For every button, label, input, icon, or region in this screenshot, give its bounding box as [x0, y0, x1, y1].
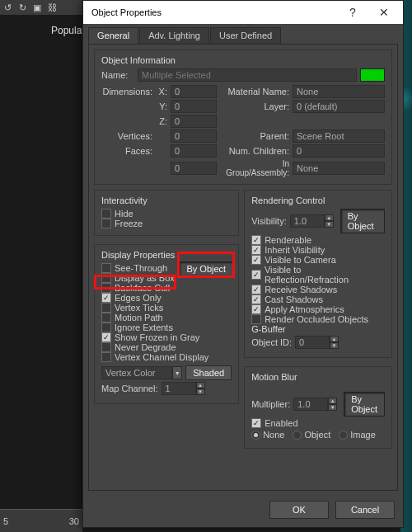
hide-checkbox[interactable]: Hide	[101, 209, 232, 219]
motion-blur-by-object-button[interactable]: By Object	[344, 392, 385, 417]
extra-field: 0	[171, 162, 217, 175]
vertex-channel-checkbox[interactable]: Vertex Channel Display	[101, 352, 232, 362]
receive-shadows-checkbox[interactable]: Receive Shadows	[251, 285, 385, 294]
tab-user-defined[interactable]: User Defined	[210, 27, 281, 44]
object-information-group: Object Information Name: Multiple Select…	[94, 49, 392, 185]
y-label: Y:	[156, 101, 167, 111]
display-properties-group: Display Properties See-Through Display a…	[94, 244, 239, 404]
vertices-field: 0	[171, 129, 217, 143]
apply-atmospherics-checkbox[interactable]: Apply Atmospherics	[251, 304, 385, 314]
redo-icon[interactable]: ↻	[16, 2, 28, 13]
show-frozen-checkbox[interactable]: Show Frozen in Gray	[101, 332, 232, 342]
name-field[interactable]: Multiple Selected	[138, 68, 357, 82]
mb-image-radio[interactable]: Image	[339, 430, 376, 440]
dimensions-label: Dimensions:	[101, 87, 152, 97]
x-label: X:	[156, 87, 167, 97]
rendering-control-group: Rendering Control Visibility: 1.0 ▲▼ By …	[244, 190, 392, 358]
help-button[interactable]: ?	[337, 1, 368, 24]
multiplier-spinner[interactable]: 1.0 ▲▼	[293, 398, 337, 411]
enabled-checkbox[interactable]: Enabled	[251, 418, 385, 428]
multiplier-label: Multiplier:	[251, 399, 290, 409]
map-channel-spinner[interactable]: 1 ▲▼	[162, 382, 205, 395]
timeline[interactable]: 5 30	[0, 509, 82, 532]
inherit-visibility-checkbox[interactable]: Inherit Visibility	[251, 245, 385, 255]
rendering-by-object-button[interactable]: By Object	[340, 209, 385, 233]
vertices-label: Vertices:	[101, 131, 152, 141]
object-properties-dialog: Object Properties ? ✕ General Adv. Light…	[82, 0, 404, 528]
dialog-buttons: OK Cancel	[83, 496, 403, 527]
motion-blur-group: Motion Blur Multiplier: 1.0 ▲▼ By Object…	[244, 366, 392, 449]
backface-cull-checkbox[interactable]: Backface Cull	[101, 283, 232, 293]
ignore-extents-checkbox[interactable]: Ignore Extents	[101, 322, 232, 332]
close-button[interactable]: ✕	[368, 1, 400, 24]
object-color-swatch[interactable]	[360, 68, 385, 82]
children-field: 0	[293, 144, 385, 158]
reset-icon[interactable]: ↺	[2, 2, 13, 13]
parent-label: Parent:	[220, 131, 289, 141]
select-region-icon[interactable]: ▣	[31, 2, 43, 13]
faces-field: 0	[171, 144, 217, 158]
renderable-checkbox[interactable]: Renderable	[251, 235, 385, 245]
motion-blur-title: Motion Blur	[251, 372, 385, 382]
link-icon[interactable]: ⛓	[46, 2, 58, 13]
group-label: In Group/Assembly:	[220, 159, 289, 177]
tabs: General Adv. Lighting User Defined	[83, 24, 403, 44]
render-occluded-checkbox[interactable]: Render Occluded Objects	[251, 314, 385, 324]
visible-to-reflection-checkbox[interactable]: Visible to Reflection/Refraction	[251, 265, 385, 285]
vertex-ticks-checkbox[interactable]: Vertex Ticks	[101, 303, 232, 313]
material-field: None	[293, 85, 385, 98]
children-label: Num. Children:	[220, 146, 289, 156]
tab-page-general: Object Information Name: Multiple Select…	[88, 44, 398, 491]
object-id-label: Object ID:	[251, 337, 292, 347]
edges-only-checkbox[interactable]: Edges Only	[101, 293, 232, 303]
z-field: 0	[171, 115, 217, 128]
tab-general[interactable]: General	[88, 27, 138, 44]
gbuffer-title: G-Buffer	[251, 324, 285, 334]
faces-label: Faces:	[101, 146, 152, 156]
mb-none-radio[interactable]: None	[251, 430, 284, 440]
name-label: Name:	[101, 70, 134, 80]
x-field: 0	[171, 85, 217, 98]
mb-object-radio[interactable]: Object	[293, 430, 330, 440]
interactivity-group: Interactivity Hide Freeze	[94, 190, 239, 236]
timeline-tick: 5	[3, 516, 8, 526]
visibility-label: Visibility:	[251, 216, 287, 226]
parent-field: Scene Root	[293, 129, 385, 143]
vertex-color-combo[interactable]: Vertex Color ▼	[101, 366, 182, 379]
chevron-down-icon: ▼	[172, 366, 182, 379]
group-field: None	[293, 162, 385, 175]
z-label: Z:	[156, 116, 167, 126]
cancel-button[interactable]: Cancel	[335, 501, 395, 519]
cast-shadows-checkbox[interactable]: Cast Shadows	[251, 294, 385, 304]
shaded-button[interactable]: Shaded	[185, 365, 232, 380]
tab-adv-lighting[interactable]: Adv. Lighting	[139, 27, 209, 44]
visibility-spinner[interactable]: 1.0 ▲▼	[290, 214, 334, 228]
y-field: 0	[171, 100, 217, 113]
layer-field: 0 (default)	[293, 100, 385, 113]
freeze-checkbox[interactable]: Freeze	[101, 219, 232, 228]
display-properties-title: Display Properties	[101, 250, 232, 260]
map-channel-label: Map Channel:	[101, 384, 158, 393]
timeline-tick: 30	[69, 516, 79, 526]
display-by-object-button[interactable]: By Object	[179, 261, 233, 276]
object-id-spinner[interactable]: 0 ▲▼	[295, 336, 339, 349]
dialog-titlebar[interactable]: Object Properties ? ✕	[83, 1, 403, 24]
layer-label: Layer:	[220, 101, 289, 111]
material-label: Material Name:	[220, 87, 289, 97]
motion-path-checkbox[interactable]: Motion Path	[101, 313, 232, 322]
rendering-control-title: Rendering Control	[251, 195, 385, 205]
ok-button[interactable]: OK	[269, 501, 329, 519]
object-information-title: Object Information	[101, 55, 385, 65]
dialog-title: Object Properties	[91, 7, 337, 17]
visible-to-camera-checkbox[interactable]: Visible to Camera	[251, 255, 385, 265]
main-toolbar: ↺ ↻ ▣ ⛓	[0, 0, 82, 15]
interactivity-title: Interactivity	[101, 195, 232, 205]
never-degrade-checkbox[interactable]: Never Degrade	[101, 342, 232, 352]
